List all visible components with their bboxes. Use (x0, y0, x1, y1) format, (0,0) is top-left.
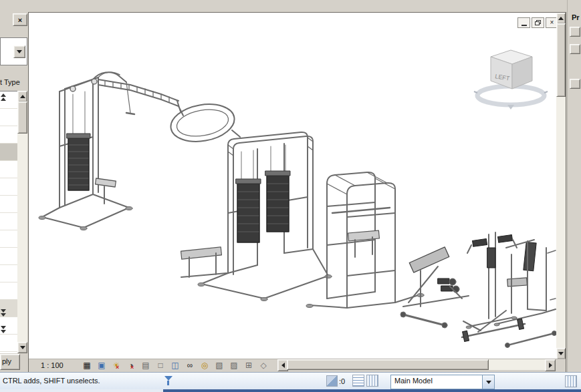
scrollbar-thumb[interactable] (287, 359, 489, 370)
arrow-up-icon (20, 95, 25, 98)
view-scale-button[interactable]: 1 : 100 (41, 361, 64, 369)
property-row[interactable] (0, 230, 17, 248)
property-row[interactable] (0, 282, 17, 300)
reveal-hidden-elements-icon[interactable]: ◎ (199, 360, 211, 371)
rendering-dialog-icon[interactable]: ▤ (140, 360, 152, 371)
view-bottom-bar: 1 : 100 ▦ ▣ ☀ ◑ ▤ □ ◫ ∞ ◎ ▧ ▨ ⊞ ◇ × × (29, 359, 566, 371)
project-browser-edge: Pr (567, 0, 581, 372)
property-row[interactable] (0, 196, 17, 213)
restore-icon (535, 20, 541, 25)
status-hint-text: CTRL adds, SHIFT unselects. (3, 377, 100, 385)
worksharing-display-icon[interactable]: ▧ (213, 360, 225, 371)
scrollbar-thumb[interactable] (556, 23, 566, 97)
right-panel-button[interactable] (570, 44, 580, 54)
scrollbar-corner (556, 359, 566, 371)
design-option-value: Main Model (391, 375, 482, 389)
minimize-button[interactable] (517, 17, 530, 28)
worksets-count: :0 (339, 377, 345, 385)
drawing-view-window: LEFT × 1 : 100 ▦ ▣ ☀ (28, 12, 566, 373)
minimize-icon (521, 25, 527, 26)
scroll-right-button[interactable] (545, 359, 556, 371)
close-icon: × (550, 19, 554, 26)
close-icon: × (18, 16, 22, 24)
property-row[interactable] (0, 248, 17, 265)
collapse-chevron-down-icon[interactable] (1, 309, 6, 317)
status-bar: CTRL adds, SHIFT unselects. :0 Main Mode… (0, 372, 581, 390)
crop-view-icon[interactable]: □ (154, 360, 166, 371)
property-row[interactable] (0, 126, 17, 144)
right-panel-button[interactable] (570, 27, 580, 37)
property-row[interactable] (0, 178, 17, 196)
restore-button[interactable] (532, 17, 544, 28)
property-row[interactable] (0, 335, 17, 352)
type-selector-dropdown-button[interactable] (13, 45, 25, 58)
show-crop-region-icon[interactable]: ◫ (169, 360, 181, 371)
bottom-edge-light (0, 389, 163, 392)
machine-cable-column[interactable] (39, 72, 134, 230)
bottom-edge-dark (163, 389, 581, 392)
overhead-beam-structure[interactable] (98, 79, 240, 146)
disabled-cross-icon: × (116, 364, 119, 371)
chevron-down-icon (17, 50, 22, 53)
filter-icon[interactable] (164, 376, 172, 385)
right-panel-button[interactable] (570, 79, 580, 89)
arrow-right-icon (549, 363, 552, 368)
machine-dual-weight-stack[interactable] (181, 132, 332, 301)
view-control-bar: ▦ ▣ ☀ ◑ ▤ □ ◫ ∞ ◎ ▧ ▨ ⊞ ◇ (81, 360, 272, 371)
scroll-up-button[interactable] (17, 91, 27, 102)
close-view-button[interactable]: × (546, 17, 556, 28)
chevron-down-icon (486, 381, 491, 384)
design-options-icon[interactable] (366, 375, 378, 387)
property-row[interactable] (0, 109, 17, 126)
viewcube[interactable]: LEFT (473, 45, 548, 113)
properties-scrollbar[interactable] (17, 91, 27, 353)
exclude-options-icon[interactable] (565, 375, 577, 387)
editable-only-icon[interactable] (352, 375, 364, 387)
arrow-down-icon (20, 346, 25, 349)
scroll-up-button[interactable] (556, 13, 566, 24)
selection-pin-icon[interactable]: ◇ (257, 360, 269, 371)
active-design-option-dropdown[interactable]: Main Model (390, 375, 495, 389)
detail-level-icon[interactable]: ▦ (81, 360, 93, 371)
property-row[interactable] (0, 265, 17, 282)
arrow-down-icon (558, 352, 564, 355)
right-panel-title: Pr (572, 13, 580, 21)
vertical-scrollbar[interactable] (556, 13, 566, 359)
temporary-hide-isolate-icon[interactable]: ∞ (184, 360, 196, 371)
scroll-down-button[interactable] (556, 348, 566, 359)
visual-style-icon[interactable]: ▣ (96, 360, 108, 371)
temporary-view-properties-icon[interactable]: ▨ (228, 360, 240, 371)
scrollbar-thumb[interactable] (17, 102, 27, 134)
apply-button[interactable]: ply (0, 354, 20, 370)
property-row[interactable] (0, 161, 17, 178)
property-group-row[interactable] (0, 144, 17, 161)
show-constraints-icon[interactable]: ⊞ (243, 360, 255, 371)
scroll-down-button[interactable] (17, 342, 27, 353)
arrow-up-icon (558, 17, 564, 20)
edit-type-button[interactable]: t Type (0, 78, 28, 87)
disabled-cross-icon: × (130, 364, 134, 371)
view-window-controls: × (517, 17, 556, 28)
palette-close-button[interactable]: × (13, 13, 27, 26)
arrow-left-icon (281, 363, 285, 368)
revit-window: × t Type (0, 0, 581, 392)
property-row[interactable] (0, 213, 17, 230)
horizontal-scrollbar[interactable] (287, 359, 545, 370)
drawing-canvas[interactable]: LEFT × (29, 13, 556, 359)
collapse-chevron-up-icon[interactable] (1, 93, 6, 102)
collapse-chevron-down-icon[interactable] (1, 325, 6, 333)
type-selector-combobox[interactable] (0, 37, 27, 65)
bench-back-extension[interactable] (403, 247, 469, 307)
properties-palette: × t Type (0, 0, 28, 372)
worksets-icon[interactable] (326, 375, 338, 387)
dropdown-arrow-button[interactable] (482, 375, 494, 389)
machine-cage-frame[interactable] (306, 172, 424, 308)
